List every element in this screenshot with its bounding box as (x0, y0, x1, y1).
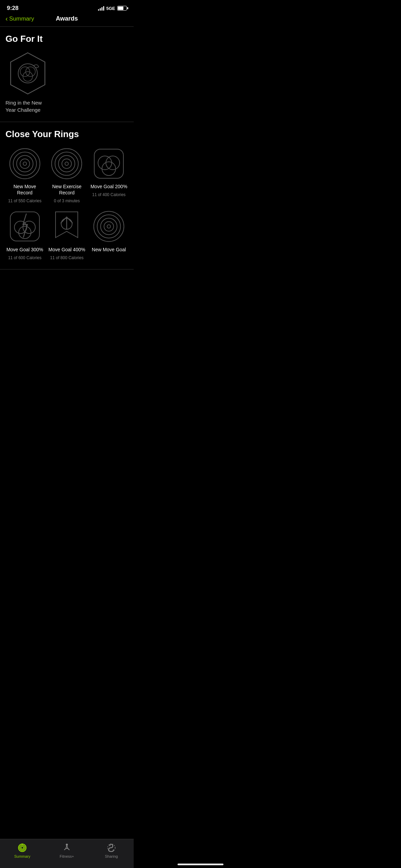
award-badge-new-exercise-record (50, 146, 84, 181)
award-badge-move-goal-300 (8, 209, 42, 244)
network-type: 5GE (106, 6, 115, 11)
status-right: 5GE (98, 6, 127, 11)
award-move-goal-300[interactable]: Move Goal 300% 11 of 600 Calories (5, 209, 44, 261)
status-time: 9:28 (7, 5, 19, 12)
hex-badge-icon (5, 51, 50, 96)
award-new-exercise-record[interactable]: New Exercise Record 0 of 3 minutes (48, 146, 86, 204)
svg-point-5 (10, 148, 40, 179)
awards-grid: New Move Record 11 of 550 Calories New E… (5, 146, 128, 261)
back-button[interactable]: ‹ Summary (5, 15, 34, 22)
chevron-left-icon: ‹ (5, 15, 8, 22)
award-progress-4: 11 of 800 Calories (50, 255, 83, 261)
svg-point-12 (59, 155, 75, 172)
go-for-it-title: Go For It (5, 34, 128, 44)
award-progress-0: 11 of 550 Calories (8, 198, 41, 204)
svg-point-21 (23, 221, 35, 233)
award-badge-new-move-goal (92, 209, 126, 244)
main-content: Go For It Ring in the New Year Challenge (0, 27, 134, 300)
award-new-move-record[interactable]: New Move Record 11 of 550 Calories (5, 146, 44, 204)
award-progress-2: 11 of 400 Calories (92, 192, 125, 198)
svg-point-7 (16, 155, 33, 172)
svg-point-13 (62, 159, 72, 168)
go-for-it-section: Go For It Ring in the New Year Challenge (0, 27, 134, 122)
award-name-3: Move Goal 300% (7, 246, 43, 253)
svg-point-24 (94, 212, 124, 242)
svg-point-14 (65, 162, 69, 165)
go-for-it-badge[interactable]: Ring in the New Year Challenge (5, 51, 128, 113)
svg-point-9 (23, 162, 26, 165)
svg-marker-0 (11, 53, 45, 94)
award-new-move-goal[interactable]: New Move Goal (89, 209, 128, 261)
svg-point-10 (52, 148, 82, 179)
close-your-rings-title: Close Your Rings (5, 129, 128, 140)
award-badge-new-move-record (8, 146, 42, 181)
award-name-1: New Exercise Record (48, 183, 86, 196)
award-progress-3: 11 of 600 Calories (8, 255, 41, 261)
go-for-it-badge-label: Ring in the New Year Challenge (5, 99, 50, 113)
close-your-rings-section: Close Your Rings New Move Record 11 of 5… (0, 122, 134, 269)
battery-icon (117, 6, 127, 11)
page-title: Awards (56, 15, 78, 22)
award-name-0: New Move Record (5, 183, 44, 196)
svg-point-8 (20, 159, 29, 168)
award-badge-move-goal-200 (92, 146, 126, 181)
award-name-5: New Move Goal (92, 246, 126, 253)
back-label: Summary (9, 15, 34, 22)
nav-bar: ‹ Summary Awards (0, 14, 134, 27)
svg-point-26 (101, 218, 117, 235)
award-name-4: Move Goal 400% (48, 246, 85, 253)
battery-fill (118, 7, 123, 10)
award-progress-1: 0 of 3 minutes (54, 198, 80, 204)
svg-rect-15 (94, 149, 123, 178)
award-badge-move-goal-400 (50, 209, 84, 244)
signal-bars (98, 6, 104, 11)
status-bar: 9:28 5GE (0, 0, 134, 14)
svg-point-28 (107, 225, 111, 228)
svg-point-27 (104, 222, 114, 231)
award-move-goal-400[interactable]: Move Goal 400% 11 of 800 Calories (48, 209, 86, 261)
award-name-2: Move Goal 200% (90, 183, 127, 190)
award-move-goal-200[interactable]: Move Goal 200% 11 of 400 Calories (89, 146, 128, 204)
